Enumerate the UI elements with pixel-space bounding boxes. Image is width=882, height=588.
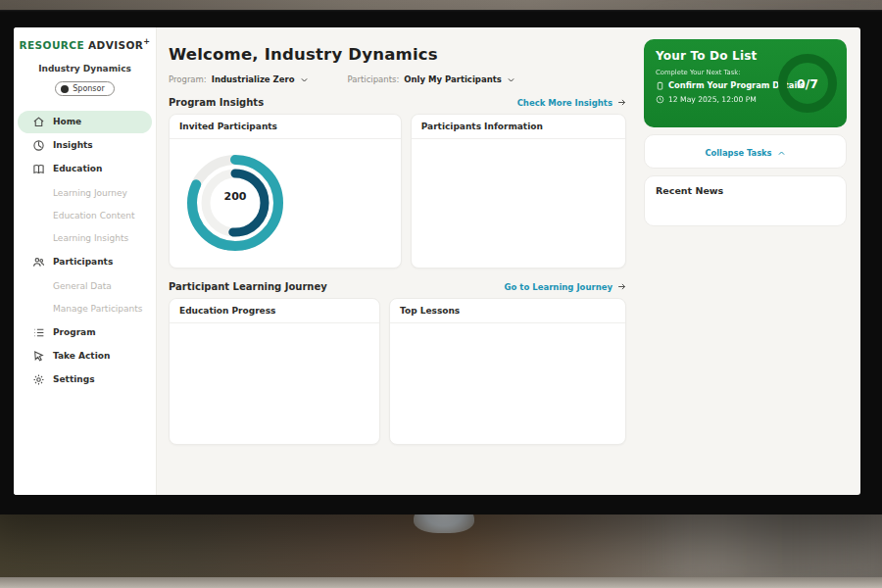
insights-icon [32, 139, 45, 152]
invited-participants-donut-chart: 200 [175, 143, 295, 263]
top-lessons-card: Top Lessons [389, 298, 626, 445]
sidebar-item-insights[interactable]: Insights [18, 134, 152, 157]
sidebar-item-program[interactable]: Program [18, 321, 152, 344]
sidebar-item-settings[interactable]: Settings [18, 368, 152, 391]
sidebar: RESOURCE ADVISOR+ Industry Dynamics Spon… [14, 27, 157, 495]
todo-progress-ring: 0/7 [778, 54, 837, 113]
sidebar-item-label: Insights [53, 140, 93, 150]
logo-secondary: ADVISOR [88, 39, 143, 51]
sidebar-item-learning-insights[interactable]: Learning Insights [18, 228, 152, 248]
participants-information-title: Participants Information [412, 115, 625, 139]
education-progress-card: Education Progress [169, 298, 380, 445]
todo-progress-value: 0/7 [797, 76, 818, 91]
sidebar-item-label: Take Action [53, 351, 110, 361]
sidebar-item-label: Settings [53, 374, 94, 384]
gauge-legend [177, 414, 371, 415]
photo-background: RESOURCE ADVISOR+ Industry Dynamics Spon… [0, 0, 882, 588]
sponsor-label: Sponsor [73, 84, 104, 93]
sidebar-item-label: Learning Journey [53, 188, 127, 198]
sponsor-icon [61, 85, 69, 93]
sidebar-item-label: Education Content [53, 211, 134, 220]
monitor-bezel: RESOURCE ADVISOR+ Industry Dynamics Spon… [0, 10, 882, 514]
learning-journey-title: Participant Learning Journey [169, 281, 327, 292]
sidebar-item-education-content[interactable]: Education Content [18, 206, 152, 225]
chevron-up-icon [777, 149, 786, 158]
collapse-tasks-link[interactable]: Collapse Tasks [652, 143, 839, 164]
sidebar-item-take-action[interactable]: Take Action [18, 345, 152, 368]
sidebar-item-label: Home [53, 117, 81, 126]
sidebar-item-label: Manage Participants [53, 304, 142, 314]
sidebar-item-education[interactable]: Education [18, 158, 152, 180]
participants-icon [32, 256, 45, 269]
program-label: Program: [169, 74, 207, 84]
todo-due-date: 12 May 2025, 12:00 PM [668, 95, 757, 104]
education-icon [32, 163, 45, 175]
program-insights-title: Program Insights [169, 97, 264, 108]
chevron-down-icon [507, 75, 515, 84]
take-action-icon [32, 350, 45, 363]
sidebar-item-label: Education [53, 164, 102, 173]
home-icon [32, 116, 45, 128]
participants-label: Participants: [348, 74, 400, 84]
sidebar-item-label: General Data [53, 281, 112, 291]
sidebar-item-learning-journey[interactable]: Learning Journey [18, 183, 152, 203]
sidebar-item-home[interactable]: Home [18, 111, 152, 133]
filter-bar: Program: Industrialize Zero Participants… [169, 74, 626, 84]
recent-news-title: Recent News [656, 185, 835, 196]
logo-primary: RESOURCE [20, 39, 84, 51]
sidebar-item-label: Participants [53, 257, 113, 267]
sidebar-item-manage-participants[interactable]: Manage Participants [18, 299, 152, 318]
check-more-insights-label: Check More Insights [517, 98, 612, 108]
program-value: Industrialize Zero [212, 74, 295, 84]
dashboard-screen: RESOURCE ADVISOR+ Industry Dynamics Spon… [14, 27, 860, 495]
sidebar-item-participants[interactable]: Participants [18, 251, 152, 273]
recent-news-card: Recent News [644, 175, 847, 226]
check-more-insights-link[interactable]: Check More Insights [517, 98, 626, 108]
invited-participants-title: Invited Participants [170, 115, 401, 139]
desk-edge [0, 577, 882, 588]
go-to-learning-journey-link[interactable]: Go to Learning Journey [505, 282, 626, 292]
participants-dropdown[interactable]: Participants: Only My Participants [348, 74, 515, 84]
collapse-tasks-label: Collapse Tasks [705, 148, 771, 158]
arrow-right-icon [617, 282, 626, 291]
sidebar-item-general-data[interactable]: General Data [18, 276, 152, 296]
participants-information-card: Participants Information [411, 114, 626, 269]
todo-panel: Your To Do List Complete Your Next Task:… [638, 27, 860, 495]
invited-participants-card: Invited Participants 200 [169, 114, 402, 269]
clock-icon [656, 95, 664, 104]
sidebar-item-label: Learning Insights [53, 233, 128, 243]
program-dropdown[interactable]: Program: Industrialize Zero [169, 74, 309, 84]
task-icon [656, 81, 664, 90]
org-name: Industry Dynamics [14, 64, 156, 74]
sidebar-nav: HomeInsightsEducationLearning JourneyEdu… [14, 111, 156, 391]
go-to-learning-journey-label: Go to Learning Journey [505, 282, 612, 292]
participants-value: Only My Participants [404, 74, 502, 84]
page-title: Welcome, Industry Dynamics [169, 45, 626, 64]
education-progress-title: Education Progress [170, 299, 379, 323]
participants-information-stats [412, 139, 625, 145]
top-lessons-list [390, 323, 625, 325]
sponsor-badge: Sponsor [55, 81, 114, 96]
todo-summary-card: Your To Do List Complete Your Next Task:… [644, 39, 847, 127]
top-lessons-title: Top Lessons [390, 299, 625, 323]
program-icon [32, 326, 45, 339]
main-content: Welcome, Industry Dynamics Program: Indu… [157, 27, 638, 495]
todo-tasks-card: Collapse Tasks [644, 134, 847, 169]
sidebar-item-label: Program [53, 327, 96, 337]
settings-icon [32, 373, 45, 386]
chevron-down-icon [300, 75, 309, 84]
app-logo: RESOURCE ADVISOR+ [14, 37, 156, 51]
arrow-right-icon [617, 98, 626, 107]
svg-text:200: 200 [224, 190, 247, 203]
education-progress-gauge-chart [201, 325, 348, 410]
logo-plus: + [143, 37, 150, 46]
